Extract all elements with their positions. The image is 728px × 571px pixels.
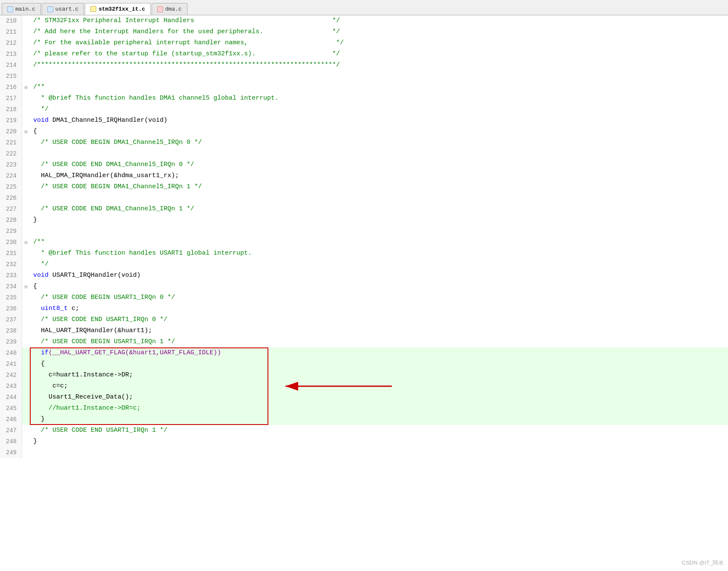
code-line: 230⊟/**: [0, 237, 728, 248]
code-line: 237 /* USER CODE END USART1_IRQn 0 */: [0, 314, 728, 325]
code-content: void USART1_IRQHandler(void): [30, 270, 728, 281]
code-line: 242 c=huart1.Instance->DR;: [0, 370, 728, 381]
fold-indicator: [22, 159, 30, 170]
code-content: /* USER CODE BEGIN USART1_IRQn 0 */: [30, 292, 728, 303]
code-content: /* USER CODE END USART1_IRQn 1 */: [30, 425, 728, 436]
code-line: 224 HAL_DMA_IRQHandler(&hdma_usart1_rx);: [0, 170, 728, 181]
code-content: /* Add here the Interrupt Handlers for t…: [30, 26, 728, 37]
code-line: 216⊟/**: [0, 82, 728, 93]
tab-dma-c[interactable]: dma.c: [152, 3, 187, 15]
fold-indicator: [22, 370, 30, 381]
code-line: 245 //huart1.Instance->DR=c;: [0, 403, 728, 414]
line-number: 239: [0, 336, 22, 347]
fold-indicator: [22, 15, 30, 26]
fold-indicator: [22, 347, 30, 359]
line-number: 212: [0, 37, 22, 49]
fold-indicator: [22, 403, 30, 414]
fold-indicator: [22, 115, 30, 126]
line-number: 211: [0, 26, 22, 37]
fold-indicator: [22, 71, 30, 82]
fold-indicator: [22, 392, 30, 403]
fold-indicator[interactable]: ⊟: [22, 126, 30, 137]
line-number: 222: [0, 148, 22, 159]
fold-indicator: [22, 104, 30, 115]
code-line: 238 HAL_UART_IRQHandler(&huart1);: [0, 325, 728, 336]
line-number: 236: [0, 303, 22, 314]
code-line: 234⊟{: [0, 281, 728, 292]
code-line: 213/* please refer to the startup file (…: [0, 49, 728, 60]
line-number: 234: [0, 281, 22, 292]
code-content: HAL_UART_IRQHandler(&huart1);: [30, 325, 728, 336]
line-number: 231: [0, 248, 22, 259]
line-number: 238: [0, 325, 22, 336]
fold-indicator: [22, 49, 30, 60]
code-line: 223 /* USER CODE END DMA1_Channel5_IRQn …: [0, 159, 728, 170]
fold-indicator[interactable]: ⊟: [22, 237, 30, 248]
line-number: 232: [0, 259, 22, 270]
line-number: 218: [0, 104, 22, 115]
code-content: /***************************************…: [30, 60, 728, 71]
fold-indicator: [22, 336, 30, 347]
tab-stm32-it-c[interactable]: stm32f1xx_it.c: [85, 3, 150, 15]
tab-icon-stm32-it-c: [90, 6, 96, 12]
tab-label-usart-c: usart.c: [55, 6, 79, 12]
line-number: 249: [0, 447, 22, 458]
code-line: 247 /* USER CODE END USART1_IRQn 1 */: [0, 425, 728, 436]
line-number: 220: [0, 126, 22, 137]
fold-indicator[interactable]: ⊟: [22, 82, 30, 93]
code-line: 214/************************************…: [0, 60, 728, 71]
line-number: 243: [0, 381, 22, 392]
fold-indicator: [22, 204, 30, 215]
line-number: 241: [0, 359, 22, 370]
code-line: 211/* Add here the Interrupt Handlers fo…: [0, 26, 728, 37]
code-content: if(__HAL_UART_GET_FLAG(&huart1,UART_FLAG…: [30, 347, 728, 359]
code-content: /* USER CODE BEGIN USART1_IRQn 1 */: [30, 336, 728, 347]
line-number: 210: [0, 15, 22, 26]
code-line: 220⊟{: [0, 126, 728, 137]
tab-main-c[interactable]: main.c: [2, 3, 41, 15]
fold-indicator[interactable]: ⊟: [22, 281, 30, 292]
tab-icon-usart-c: [47, 6, 53, 12]
line-number: 225: [0, 181, 22, 192]
code-content: {: [30, 359, 728, 370]
line-number: 240: [0, 347, 22, 359]
code-line: 233void USART1_IRQHandler(void): [0, 270, 728, 281]
code-content: /* USER CODE END USART1_IRQn 0 */: [30, 314, 728, 325]
code-content: {: [30, 281, 728, 292]
line-number: 226: [0, 192, 22, 204]
code-line: 227 /* USER CODE END DMA1_Channel5_IRQn …: [0, 204, 728, 215]
code-content: Usart1_Receive_Data();: [30, 392, 728, 403]
code-content: /* USER CODE END DMA1_Channel5_IRQn 0 */: [30, 159, 728, 170]
fold-indicator: [22, 381, 30, 392]
code-content: */: [30, 259, 728, 270]
code-content: /* USER CODE BEGIN DMA1_Channel5_IRQn 0 …: [30, 137, 728, 148]
code-line: 243 c=c;: [0, 381, 728, 392]
code-content: [30, 148, 728, 159]
line-number: 213: [0, 49, 22, 60]
fold-indicator: [22, 215, 30, 226]
fold-indicator: [22, 259, 30, 270]
code-line: 239 /* USER CODE BEGIN USART1_IRQn 1 */: [0, 336, 728, 347]
tab-icon-main-c: [7, 6, 13, 12]
code-content: HAL_DMA_IRQHandler(&hdma_usart1_rx);: [30, 170, 728, 181]
code-line: 231 * @brief This function handles USART…: [0, 248, 728, 259]
line-number: 244: [0, 392, 22, 403]
tab-label-stm32-it-c: stm32f1xx_it.c: [98, 6, 145, 12]
line-number: 214: [0, 60, 22, 71]
code-content: }: [30, 414, 728, 425]
line-number: 221: [0, 137, 22, 148]
tab-usart-c[interactable]: usart.c: [42, 3, 84, 15]
code-content: /* USER CODE END DMA1_Channel5_IRQn 1 */: [30, 204, 728, 215]
code-line: 226: [0, 192, 728, 204]
code-content: void DMA1_Channel5_IRQHandler(void): [30, 115, 728, 126]
line-number: 215: [0, 71, 22, 82]
code-line: 217 * @brief This function handles DMA1 …: [0, 93, 728, 104]
line-number: 217: [0, 93, 22, 104]
code-content: /* please refer to the startup file (sta…: [30, 49, 728, 60]
code-content: /* STM32F1xx Peripheral Interrupt Handle…: [30, 15, 728, 26]
line-number: 247: [0, 425, 22, 436]
code-line: 212/* For the available peripheral inter…: [0, 37, 728, 49]
tab-label-dma-c: dma.c: [165, 6, 182, 12]
code-content: /* USER CODE BEGIN DMA1_Channel5_IRQn 1 …: [30, 181, 728, 192]
code-content: c=c;: [30, 381, 728, 392]
